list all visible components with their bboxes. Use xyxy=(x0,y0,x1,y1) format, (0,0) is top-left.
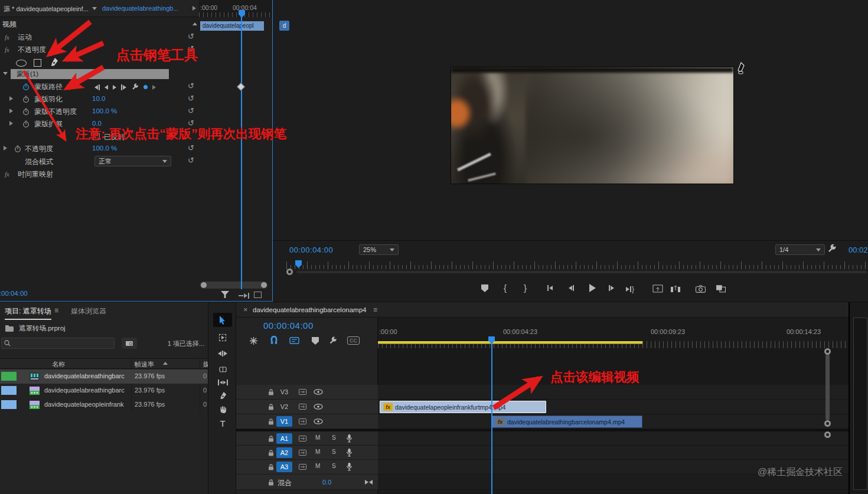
snap-magnet-icon[interactable] xyxy=(269,336,279,345)
mic-icon[interactable] xyxy=(346,434,353,443)
mask-opacity-label[interactable]: 蒙版不透明度 xyxy=(34,107,77,117)
panel-nav-arrow-icon[interactable] xyxy=(192,6,196,11)
comparison-view-icon[interactable] xyxy=(716,284,726,293)
insert-overwrite-icon[interactable] xyxy=(249,336,258,345)
bowtie-keyframe-icon[interactable] xyxy=(365,480,373,485)
export-icon[interactable] xyxy=(254,292,262,298)
opacity-label[interactable]: 不透明度 xyxy=(25,144,53,154)
solo-button[interactable]: S xyxy=(332,449,336,455)
mask-opacity-value[interactable]: 100.0 % xyxy=(92,107,117,114)
time-remap-label[interactable]: 时间重映射 xyxy=(18,169,53,179)
reset-icon[interactable]: ↺ xyxy=(188,82,194,90)
expander-icon[interactable] xyxy=(9,109,13,113)
scroll-knob[interactable] xyxy=(824,420,831,427)
fx-bottom-timecode[interactable]: 00:00:04:00 xyxy=(0,290,28,297)
label-swatch[interactable] xyxy=(1,386,17,395)
fx-ruler-ticks[interactable] xyxy=(199,12,272,17)
col-framerate[interactable]: 帧速率 xyxy=(135,360,154,369)
mask-group-bar[interactable]: 蒙版(1) xyxy=(11,69,169,79)
pen-tool-button[interactable] xyxy=(213,388,232,403)
timeline-timecode[interactable]: 00:00:04:00 xyxy=(263,320,314,331)
track-content-v3[interactable] xyxy=(378,385,849,400)
captions-icon[interactable]: CC xyxy=(347,336,360,345)
source-clip-tab[interactable]: 源 * davidequatelapeopleinf... xyxy=(4,5,90,14)
close-icon[interactable]: × xyxy=(243,305,248,314)
mute-button[interactable]: M xyxy=(315,434,320,441)
keyframe-diamond-icon[interactable] xyxy=(237,83,245,91)
track-badge-a1[interactable]: A1 xyxy=(276,433,292,444)
lock-icon[interactable] xyxy=(268,418,274,426)
mic-icon[interactable] xyxy=(346,462,353,471)
track-header-a1[interactable]: A1 M S xyxy=(236,431,378,446)
rect-mask-tool-icon[interactable] xyxy=(34,59,41,67)
program-scrollbar[interactable] xyxy=(296,271,867,273)
eye-icon[interactable] xyxy=(314,389,323,395)
search-input[interactable] xyxy=(1,338,115,349)
project-row[interactable]: davidequatelapeopleinfrank 23.976 fps 0 xyxy=(0,398,208,412)
reset-icon[interactable]: ↺ xyxy=(188,94,194,102)
mark-out-icon[interactable]: } xyxy=(524,283,527,293)
add-marker-icon[interactable] xyxy=(481,284,488,292)
track-forward-icon[interactable] xyxy=(113,85,116,90)
track-badge-a2[interactable]: A2 xyxy=(276,447,292,458)
label-swatch[interactable] xyxy=(1,400,17,409)
video-preview[interactable] xyxy=(451,67,734,184)
track-badge-a3[interactable]: A3 xyxy=(276,462,292,472)
lock-icon[interactable] xyxy=(268,388,274,396)
stopwatch-icon[interactable] xyxy=(22,108,30,115)
chevron-down-icon[interactable] xyxy=(92,7,97,10)
mark-in-icon[interactable]: { xyxy=(504,283,507,293)
scroll-knob[interactable] xyxy=(824,348,831,355)
selection-tool-button[interactable] xyxy=(213,313,232,327)
timeline-vscrollbar[interactable] xyxy=(825,354,830,420)
expander-icon[interactable] xyxy=(9,121,13,126)
stopwatch-icon[interactable] xyxy=(14,145,21,152)
mask-path-label[interactable]: 蒙版路径 xyxy=(34,82,63,92)
go-to-out-icon[interactable]: } xyxy=(626,285,634,293)
mask-feather-value[interactable]: 10.0 xyxy=(92,95,105,102)
sync-lock-icon[interactable] xyxy=(299,464,306,470)
razor-tool-button[interactable] xyxy=(213,362,232,376)
playback-resolution-select[interactable]: 1/4 xyxy=(775,244,825,255)
track-badge-v2[interactable]: V2 xyxy=(276,401,292,412)
play-icon[interactable] xyxy=(589,284,596,292)
lock-icon[interactable] xyxy=(268,435,274,443)
lock-icon[interactable] xyxy=(268,403,274,411)
tab-media-browser[interactable]: 媒体浏览器 xyxy=(71,306,106,316)
timeline-tab-title[interactable]: davidequatelabreathingbarcelonamp4 xyxy=(253,306,366,313)
project-row[interactable]: davidequatelabreathingbarc 23.976 fps 0 xyxy=(0,369,208,384)
stopwatch-icon[interactable] xyxy=(22,96,30,103)
motion-effect-label[interactable]: 运动 xyxy=(18,32,32,42)
scroll-knob[interactable] xyxy=(824,431,831,438)
reset-icon[interactable]: ↺ xyxy=(188,156,194,164)
ripple-edit-tool-button[interactable] xyxy=(213,346,232,361)
timeline-clip-v1[interactable]: fx davidequatelabreathingbarcelonamp4.mp… xyxy=(492,416,642,428)
track-header-master[interactable]: 混合 0.0 xyxy=(236,475,378,490)
timeline-wrench-icon[interactable] xyxy=(328,336,337,345)
lock-icon[interactable] xyxy=(268,463,274,471)
scrollbar-handle[interactable] xyxy=(201,282,207,288)
zoom-level-select[interactable]: 25% xyxy=(359,244,399,255)
master-volume-value[interactable]: 0.0 xyxy=(322,479,331,486)
keyframe-nav-icon[interactable] xyxy=(143,85,148,89)
track-backward-icon[interactable] xyxy=(105,85,108,90)
filter-properties-icon[interactable] xyxy=(221,291,229,298)
mask-expansion-label[interactable]: 蒙版扩展 xyxy=(34,119,63,129)
opacity-effect-label[interactable]: 不透明度 xyxy=(18,45,46,55)
solo-button[interactable]: S xyxy=(332,434,336,441)
sync-lock-icon[interactable] xyxy=(299,418,306,424)
eye-icon[interactable] xyxy=(314,418,323,424)
export-frame-camera-icon[interactable] xyxy=(696,285,706,293)
mute-button[interactable]: M xyxy=(315,449,320,455)
reset-icon[interactable]: ↺ xyxy=(188,107,194,114)
mute-button[interactable]: M xyxy=(315,463,320,469)
opacity-value[interactable]: 100.0 % xyxy=(92,145,117,152)
panel-menu-icon[interactable]: ≡ xyxy=(373,306,377,314)
timeline-playhead-line[interactable] xyxy=(491,338,492,494)
reset-icon[interactable]: ↺ xyxy=(188,144,194,152)
pen-mask-tool-icon[interactable] xyxy=(49,57,59,67)
reset-icon[interactable]: ↺ xyxy=(188,32,194,40)
col-name[interactable]: 名称 xyxy=(52,360,65,369)
expander-icon[interactable] xyxy=(9,96,13,101)
track-header-v1[interactable]: V1 xyxy=(236,414,378,429)
